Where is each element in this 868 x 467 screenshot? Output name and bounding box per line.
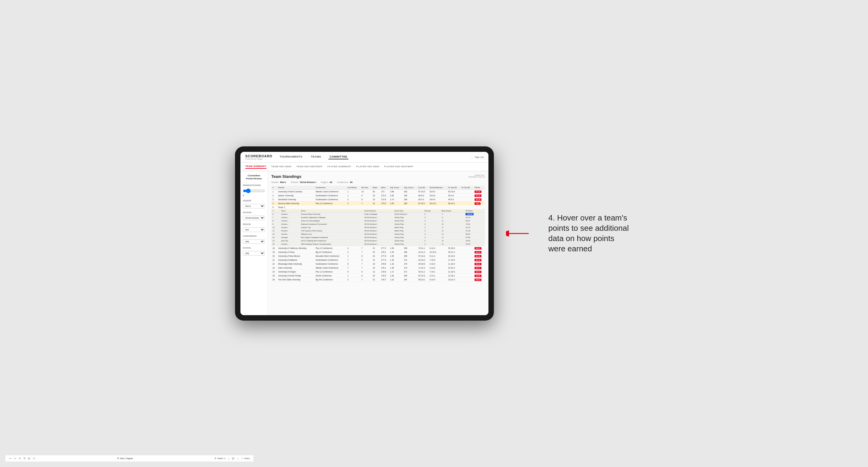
sub-nav-player-h2h-heatmap[interactable]: PLAYER H2H HEATMAP	[384, 165, 413, 168]
cell-rnds: 19	[371, 266, 380, 270]
sub-cell-team: Florida I	[280, 229, 300, 232]
cell-points[interactable]: 88.34	[473, 270, 485, 274]
sub-cell-rank-impact: -1	[440, 213, 464, 216]
cell-vs-top50	[460, 270, 474, 274]
sub-cell-rounds: 3	[424, 243, 440, 246]
cell-vs-top25: 32-19-2	[447, 254, 460, 258]
cell-empty	[314, 206, 485, 209]
cell-school: University of North Carolina	[277, 190, 314, 194]
sidebar-title: Committee Portal Review	[243, 174, 265, 181]
sub-cell-event-type: Stroke Play	[394, 236, 424, 239]
cell-points[interactable]: 88.94	[473, 278, 485, 282]
nav-teams[interactable]: TEAMS	[310, 155, 322, 159]
division-filter-value: NCAA Division I	[300, 181, 316, 183]
points-badge[interactable]: 88.49	[474, 255, 482, 257]
cell-points[interactable]: 88.70	[473, 250, 485, 254]
points-badge[interactable]: 83.89	[474, 275, 482, 277]
sub-nav-player-summary[interactable]: PLAYER SUMMARY	[327, 165, 351, 168]
sub-cell-w-points: 74.81	[464, 223, 485, 226]
nav-committee[interactable]: COMMITTEE	[329, 155, 349, 159]
cell-rank: 22	[271, 262, 277, 266]
expanded-sub-header: # Team Event Event Division Event Type R…	[271, 209, 485, 246]
cell-points[interactable]: 93.31	[473, 194, 485, 197]
cell-wins: 272.6	[380, 197, 389, 201]
cell-wins: 278.7	[380, 278, 389, 282]
cell-low-sg: 73-21-1	[417, 246, 428, 250]
points-badge[interactable]: 85.81	[474, 263, 482, 265]
sidebar-label-min-rounds: Minimum Rounds	[243, 184, 265, 186]
gender-select[interactable]: Men's Women's	[243, 204, 265, 208]
sub-table-header: # Team Event Event Division Event Type R…	[271, 209, 485, 213]
cell-low-sg: 53-41-1	[417, 270, 428, 274]
sub-nav-team-h2h-grid[interactable]: TEAM H2H GRID	[271, 165, 291, 168]
sub-cell-rounds: 3	[424, 223, 440, 226]
cell-points[interactable]: 83.89	[473, 274, 485, 278]
sub-cell-event-type: Match Play	[394, 229, 424, 232]
cell-points[interactable]: 85.81	[473, 262, 485, 266]
points-badge[interactable]: 88.70	[474, 251, 482, 253]
cell-points[interactable]: 97.02	[473, 190, 485, 194]
points-badge-highlighted[interactable]: 79.5	[474, 203, 480, 205]
cell-low-sg: 46-29-0	[417, 262, 428, 266]
sub-table-row: 8 Univers... Amer An Intercollegiate NCA…	[271, 219, 485, 223]
table-row-highlighted[interactable]: 4 Arizona State University Pac-12 Confer…	[271, 201, 485, 206]
sub-cell-event-div: NCAA Division I	[363, 223, 394, 226]
cell-adj-score: 1.32	[389, 262, 403, 266]
cell-vs-top25: 17-19-0	[447, 258, 460, 262]
division-select[interactable]: NCAA Division I NCAA Division II NCAA Di…	[243, 216, 265, 220]
cell-conference: Atlantic Coast Conference	[314, 266, 346, 270]
cell-points[interactable]: 90.20	[473, 197, 485, 201]
cell-avg-score: 267	[403, 278, 417, 282]
region-select[interactable]: N/A Northeast Southeast	[243, 227, 265, 232]
conference-select[interactable]: (All) SEC ACC	[243, 239, 265, 244]
cell-vs-top25: 11-23-0	[447, 262, 460, 266]
cell-vs-top25: 35-4-0	[447, 194, 460, 197]
sub-cell-rounds: 3	[424, 213, 440, 216]
cell-points[interactable]: 88.07	[473, 246, 485, 250]
cell-wins: 272.3	[380, 194, 389, 197]
cell-low-sg: 42-20-0	[417, 258, 428, 262]
cell-avg-score: 269	[403, 274, 417, 278]
cell-vs-top50	[460, 190, 474, 194]
cell-avg-score: 269	[403, 197, 417, 201]
sub-nav-team-summary[interactable]: TEAM SUMMARY	[245, 165, 267, 169]
points-badge[interactable]: 88.71	[474, 267, 482, 269]
cell-points[interactable]: 79.5	[473, 201, 485, 206]
division-filter: Division: NCAA Division I	[291, 181, 316, 183]
sub-cell-rank: 6	[271, 213, 280, 216]
cell-vs-top50	[460, 258, 474, 262]
sub-cell-w-points: 42.73	[464, 226, 485, 229]
sub-cell-team: Univers...	[280, 216, 300, 219]
sub-nav-player-h2h-grid[interactable]: PLAYER H2H GRID	[356, 165, 379, 168]
points-badge[interactable]: 93.31	[474, 194, 482, 197]
nav-tournaments[interactable]: TOURNAMENTS	[278, 155, 303, 159]
cell-conference: Mountain West Conference	[314, 254, 346, 258]
sub-cell-rank-impact: -1	[440, 216, 464, 219]
points-badge[interactable]: 88.07	[474, 247, 482, 250]
sign-out-link[interactable]: Sign out	[475, 156, 484, 158]
pointing-arrow	[506, 229, 530, 238]
points-badge[interactable]: 97.02	[474, 191, 482, 193]
points-badge[interactable]: 88.94	[474, 279, 482, 281]
conference-filter: Conference: All	[337, 181, 352, 183]
cell-overall-record: 13-23-2	[428, 250, 447, 254]
sub-nav-team-h2h-heatmap[interactable]: TEAM H2H HEATMAP	[297, 165, 323, 168]
sub-cell-rank: 7	[271, 216, 280, 219]
points-badge[interactable]: 88.48	[474, 259, 482, 261]
cell-points[interactable]: 88.49	[473, 254, 485, 258]
cell-vs-top25: 12-18-1	[447, 274, 460, 278]
cell-points[interactable]: 88.71	[473, 266, 485, 270]
cell-vs-top50	[460, 201, 474, 206]
cell-no-tour: 8	[360, 197, 371, 201]
cell-rnds: 21	[371, 246, 380, 250]
cell-vs-top25: 21-32-0	[447, 270, 460, 274]
points-badge[interactable]: 88.34	[474, 271, 482, 273]
school-select[interactable]: (All)	[243, 251, 265, 256]
col-conf-rank: Conf Rank	[346, 186, 360, 190]
sub-cell-w-points: 43.05	[464, 239, 485, 243]
sub-cell-rank-impact: +0	[440, 243, 464, 246]
sub-cell-team: Univers...	[280, 226, 300, 229]
cell-points[interactable]: 88.48	[473, 258, 485, 262]
points-badge[interactable]: 90.20	[474, 198, 482, 201]
min-rounds-slider[interactable]	[243, 188, 265, 193]
